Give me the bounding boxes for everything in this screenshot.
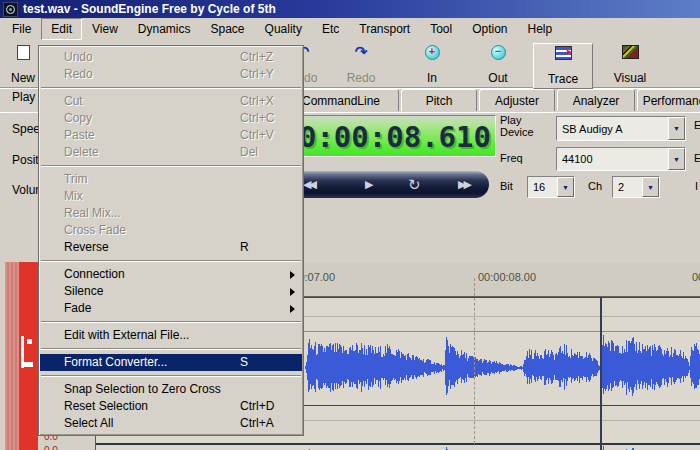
menu-item-cross-fade: Cross Fade	[40, 222, 302, 239]
toolbar-button-label: Trace	[548, 72, 578, 86]
trace-icon: ➤	[555, 46, 572, 60]
menu-item-label: Format Converter...	[64, 355, 167, 369]
menubar-item-transport[interactable]: Transport	[349, 18, 420, 40]
edge-fragment-2: E	[694, 152, 700, 164]
menubar-item-help[interactable]: Help	[518, 18, 563, 40]
menu-item-snap-selection-to-zero-cross[interactable]: Snap Selection to Zero Cross	[40, 381, 302, 398]
selection-strip-light	[5, 262, 19, 450]
freq-select[interactable]: 44100 ▼	[556, 147, 686, 171]
in-button[interactable]: +In	[401, 43, 463, 87]
tab-analyzer[interactable]: Analyzer	[557, 89, 635, 111]
menu-item-paste: PasteCtrl+V	[40, 127, 302, 144]
toolbar-button-label: Out	[488, 71, 507, 85]
loop-button[interactable]: ↻	[408, 171, 421, 198]
menu-item-label: Edit with External File...	[64, 328, 189, 342]
menu-item-shortcut: Ctrl+Z	[240, 49, 273, 66]
menu-item-real-mix: Real Mix...	[40, 205, 302, 222]
menu-item-connection[interactable]: Connection	[40, 266, 302, 283]
submenu-arrow-icon	[290, 288, 295, 296]
menu-bar: FileEditViewDynamicsSpaceQualityEtcTrans…	[0, 18, 700, 40]
chevron-down-icon[interactable]: ▼	[668, 148, 685, 170]
toolbar-button-label: In	[427, 71, 437, 85]
toolbar-button-label: Redo	[347, 71, 376, 85]
menu-item-edit-with-external-file[interactable]: Edit with External File...	[40, 327, 302, 344]
chevron-down-icon[interactable]: ▼	[642, 177, 659, 197]
submenu-arrow-icon	[290, 271, 295, 279]
menu-separator	[41, 375, 301, 377]
menu-item-label: Reset Selection	[64, 399, 148, 413]
tab-adjuster[interactable]: Adjuster	[479, 89, 555, 111]
menu-item-shortcut: Ctrl+V	[240, 127, 274, 144]
toolbar-button-label: New	[11, 71, 35, 85]
playback-cursor	[600, 297, 602, 450]
menu-item-label: Trim	[64, 172, 88, 186]
chevron-down-icon[interactable]: ▼	[668, 117, 685, 140]
chevron-down-icon[interactable]: ▼	[557, 177, 574, 197]
menu-item-label: Mix	[64, 189, 83, 203]
menu-item-undo: UndoCtrl+Z	[40, 49, 302, 66]
time-gridline-dashed	[474, 278, 475, 444]
bit-value: 16	[528, 181, 557, 193]
application-window: test.wav - SoundEngine Free by Cycle of …	[0, 0, 700, 450]
toolbar-button-label: Visual	[614, 71, 646, 85]
menu-item-cut: CutCtrl+X	[40, 93, 302, 110]
menu-item-label: Copy	[64, 111, 92, 125]
freq-value: 44100	[557, 153, 668, 165]
menu-item-label: Reverse	[64, 240, 109, 254]
freq-label: Freq	[500, 152, 523, 164]
fast-forward-button[interactable]: ▶▶	[458, 171, 469, 198]
menu-item-label: Redo	[64, 67, 93, 81]
rewind-button[interactable]: ◀◀	[303, 171, 314, 198]
menu-item-redo: RedoCtrl+Y	[40, 66, 302, 83]
menu-item-fade[interactable]: Fade	[40, 300, 302, 317]
menu-separator	[41, 348, 301, 350]
menu-item-format-converter[interactable]: Format Converter...S	[40, 354, 302, 371]
menubar-item-dynamics[interactable]: Dynamics	[128, 18, 201, 40]
menu-separator	[41, 321, 301, 323]
menu-item-silence[interactable]: Silence	[40, 283, 302, 300]
zoom-out-icon: −	[491, 45, 506, 60]
menubar-item-etc[interactable]: Etc	[312, 18, 349, 40]
menubar-item-tool[interactable]: Tool	[420, 18, 462, 40]
selection-overview-strip[interactable]	[5, 262, 38, 450]
selection-glyph	[21, 362, 33, 367]
trace-button[interactable]: ➤Trace	[533, 43, 593, 89]
tab-pitch[interactable]: Pitch	[401, 89, 477, 111]
menubar-item-option[interactable]: Option	[462, 18, 517, 40]
ruler-label: 00:00:08.00	[478, 271, 536, 283]
axis-label-0db: 0.0	[44, 445, 58, 450]
menu-item-copy: CopyCtrl+C	[40, 110, 302, 127]
visual-button[interactable]: Visual	[597, 43, 663, 87]
play-button[interactable]: ▶	[365, 171, 373, 198]
menu-item-label: Snap Selection to Zero Cross	[64, 382, 221, 396]
menubar-item-view[interactable]: View	[82, 18, 128, 40]
menu-item-label: Undo	[64, 50, 93, 64]
menu-item-reverse[interactable]: ReverseR	[40, 239, 302, 256]
menubar-item-edit[interactable]: Edit	[41, 18, 82, 40]
menu-item-label: Cut	[64, 94, 83, 108]
menu-item-label: Paste	[64, 128, 95, 142]
visual-icon	[622, 45, 639, 59]
menubar-item-space[interactable]: Space	[201, 18, 255, 40]
tab-performance[interactable]: Performance	[637, 89, 700, 111]
edit-menu-popup: UndoCtrl+ZRedoCtrl+YCutCtrl+XCopyCtrl+CP…	[38, 45, 304, 436]
menu-item-reset-selection[interactable]: Reset SelectionCtrl+D	[40, 398, 302, 415]
menu-separator	[41, 260, 301, 262]
menu-item-shortcut: Del	[240, 144, 258, 161]
out-button[interactable]: −Out	[467, 43, 529, 87]
redo-button[interactable]: ↷Redo	[330, 43, 392, 87]
selection-glyph	[27, 339, 32, 344]
menu-item-shortcut: S	[240, 354, 248, 371]
menu-item-mix: Mix	[40, 188, 302, 205]
menu-item-shortcut: Ctrl+X	[240, 93, 274, 110]
ch-select[interactable]: 2 ▼	[612, 176, 660, 198]
play-device-select[interactable]: SB Audigy A ▼	[556, 116, 686, 141]
title-bar[interactable]: test.wav - SoundEngine Free by Cycle of …	[0, 0, 700, 18]
bit-select[interactable]: 16 ▼	[527, 176, 575, 198]
menu-item-select-all[interactable]: Select AllCtrl+A	[40, 415, 302, 432]
menu-item-label: Select All	[64, 416, 113, 430]
menubar-item-quality[interactable]: Quality	[255, 18, 312, 40]
menu-separator	[41, 165, 301, 167]
menu-item-label: Fade	[64, 301, 91, 315]
menubar-item-file[interactable]: File	[2, 18, 41, 40]
